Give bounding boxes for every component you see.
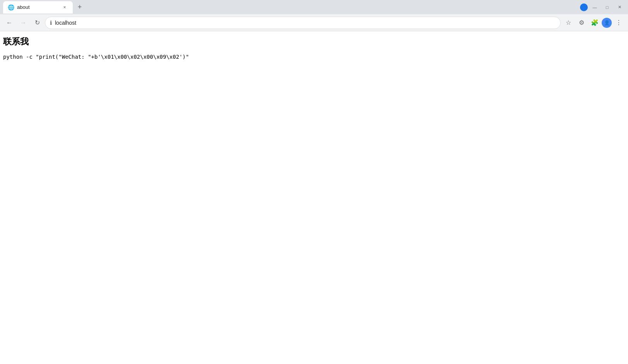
browser-tab[interactable]: 🌐 about × [3, 1, 73, 14]
reload-button[interactable]: ↻ [31, 17, 43, 29]
profile-button[interactable]: 👤 [602, 18, 612, 28]
profile-icon-title [580, 3, 588, 11]
settings-button[interactable]: ⚙ [575, 17, 588, 29]
tab-favicon-icon: 🌐 [8, 4, 14, 10]
title-bar: 🌐 about × + — □ ✕ [0, 0, 628, 14]
close-button[interactable]: ✕ [614, 2, 625, 13]
maximize-button[interactable]: □ [602, 2, 613, 13]
bookmark-button[interactable]: ☆ [562, 17, 575, 29]
title-bar-controls: — □ ✕ [580, 2, 625, 13]
back-button[interactable]: ← [3, 17, 15, 29]
address-bar-info-icon: ℹ [50, 20, 52, 26]
title-bar-left: 🌐 about × + [3, 1, 85, 14]
page-heading: 联系我 [3, 36, 625, 48]
menu-button[interactable]: ⋮ [613, 17, 625, 29]
new-tab-button[interactable]: + [74, 2, 85, 13]
tab-close-button[interactable]: × [61, 4, 68, 11]
page-content: 联系我 python -c "print("WeChat: "+b'\x01\x… [0, 31, 628, 364]
forward-button[interactable]: → [17, 17, 29, 29]
address-bar[interactable]: ℹ localhost [45, 17, 561, 29]
extensions-button[interactable]: 🧩 [589, 17, 601, 29]
address-bar-url: localhost [55, 20, 556, 26]
tab-title: about [17, 4, 58, 10]
minimize-button[interactable]: — [589, 2, 600, 13]
browser-window: 🌐 about × + — □ ✕ ← → ↻ ℹ localhost ☆ ⚙ … [0, 0, 628, 364]
toolbar: ← → ↻ ℹ localhost ☆ ⚙ 🧩 👤 ⋮ [0, 14, 628, 31]
profile-icon: 👤 [604, 20, 610, 26]
toolbar-right: ☆ ⚙ 🧩 👤 ⋮ [562, 17, 625, 29]
page-code-line: python -c "print("WeChat: "+b'\x01\x00\x… [3, 54, 625, 60]
